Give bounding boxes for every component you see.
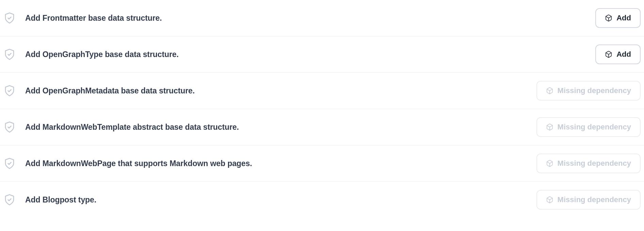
cube-icon (605, 14, 612, 22)
list-item: Add OpenGraphMetadata base data structur… (0, 73, 644, 109)
item-title: Add MarkdownWebTemplate abstract base da… (25, 123, 530, 132)
cube-icon (605, 51, 612, 58)
item-title: Add MarkdownWebPage that supports Markdo… (25, 159, 530, 168)
action-wrap: Missing dependency (536, 154, 641, 173)
cube-icon (546, 123, 553, 131)
item-title: Add Frontmatter base data structure. (25, 14, 589, 23)
shield-check-icon (3, 85, 16, 97)
missing-dependency-button: Missing dependency (536, 81, 641, 101)
button-label: Missing dependency (558, 123, 631, 131)
button-label: Missing dependency (558, 195, 631, 204)
action-wrap: Missing dependency (536, 81, 641, 101)
item-title: Add Blogpost type. (25, 195, 530, 205)
action-wrap: Add (595, 8, 641, 28)
list-item: Add OpenGraphType base data structure. A… (0, 36, 644, 73)
shield-check-icon (3, 121, 16, 133)
list-item: Add Blogpost type. Missing dependency (0, 182, 644, 218)
action-wrap: Missing dependency (536, 117, 641, 137)
item-title: Add OpenGraphType base data structure. (25, 50, 589, 59)
action-wrap: Add (595, 45, 641, 64)
shield-check-icon (3, 194, 16, 206)
button-label: Add (616, 50, 631, 59)
add-button[interactable]: Add (595, 45, 641, 64)
cube-icon (546, 196, 553, 203)
list-item: Add MarkdownWebTemplate abstract base da… (0, 109, 644, 145)
missing-dependency-button: Missing dependency (536, 190, 641, 210)
cube-icon (546, 160, 553, 167)
task-list: Add Frontmatter base data structure. Add (0, 0, 644, 218)
button-label: Add (616, 14, 631, 22)
action-wrap: Missing dependency (536, 190, 641, 210)
shield-check-icon (3, 157, 16, 170)
missing-dependency-button: Missing dependency (536, 154, 641, 173)
add-button[interactable]: Add (595, 8, 641, 28)
item-title: Add OpenGraphMetadata base data structur… (25, 86, 530, 95)
shield-check-icon (3, 48, 16, 60)
list-item: Add MarkdownWebPage that supports Markdo… (0, 145, 644, 182)
cube-icon (546, 87, 553, 94)
shield-check-icon (3, 12, 16, 24)
list-item: Add Frontmatter base data structure. Add (0, 0, 644, 36)
button-label: Missing dependency (558, 159, 631, 168)
button-label: Missing dependency (558, 86, 631, 95)
missing-dependency-button: Missing dependency (536, 117, 641, 137)
